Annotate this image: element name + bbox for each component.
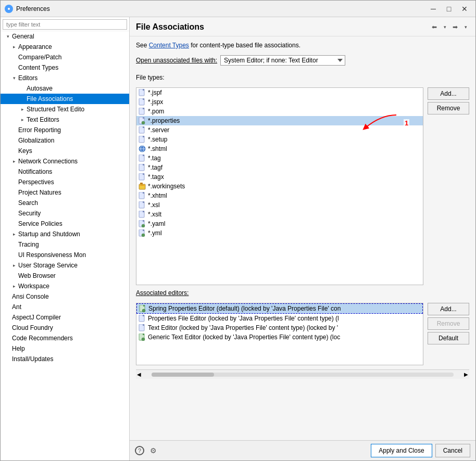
file-type-icon	[139, 117, 146, 124]
close-button[interactable]: ✕	[458, 3, 471, 15]
sidebar-scroll[interactable]: GeneralAppearanceCompare/PatchContent Ty…	[1, 17, 129, 460]
sidebar-item-ansi-console[interactable]: Ansi Console	[1, 291, 129, 302]
sidebar-item-cloud-foundry[interactable]: Cloud Foundry	[1, 323, 129, 333]
file-types-label: File types:	[136, 74, 469, 81]
apply-close-button[interactable]: Apply and Close	[371, 444, 432, 457]
sidebar-item-workspace[interactable]: Workspace	[1, 281, 129, 291]
file-type-item[interactable]: *.workingsets	[136, 182, 423, 191]
assoc-editor-item[interactable]: Spring Properties Editor (default) (lock…	[136, 303, 423, 314]
assoc-remove-button[interactable]: Remove	[428, 317, 469, 330]
sidebar-item-autosave[interactable]: Autosave	[1, 83, 129, 94]
sidebar-item-search[interactable]: Search	[1, 198, 129, 208]
sidebar-item-install-updates[interactable]: Install/Updates	[1, 354, 129, 364]
panel-header: File Associations ⬅ ▾ ➡ ▾	[130, 17, 475, 36]
scroll-thumb[interactable]	[152, 373, 214, 377]
assoc-editor-item[interactable]: Generic Text Editor (locked by 'Java Pro…	[136, 332, 423, 342]
assoc-default-button[interactable]: Default	[428, 332, 469, 344]
sidebar-item-project-natures[interactable]: Project Natures	[1, 187, 129, 198]
file-type-label: *.properties	[148, 117, 180, 124]
panel-title: File Associations	[136, 22, 204, 32]
sidebar-item-security[interactable]: Security	[1, 208, 129, 219]
file-types-remove-button[interactable]: Remove	[428, 102, 469, 114]
sidebar-item-general[interactable]: General	[1, 31, 129, 42]
sidebar-item-text-editors[interactable]: Text Editors	[1, 114, 129, 125]
sidebar-item-web-browser[interactable]: Web Browser	[1, 271, 129, 281]
sidebar-item-error-reporting[interactable]: Error Reporting	[1, 125, 129, 135]
sidebar-item-startup-shutdown[interactable]: Startup and Shutdown	[1, 229, 129, 239]
content-types-link[interactable]: Content Types	[149, 42, 189, 49]
assoc-add-button[interactable]: Add...	[428, 303, 469, 315]
file-type-icon	[139, 98, 146, 106]
sidebar-item-perspectives[interactable]: Perspectives	[1, 177, 129, 187]
content-types-label: Content Types	[18, 64, 58, 71]
keys-label: Keys	[18, 147, 32, 155]
maximize-button[interactable]: □	[442, 3, 456, 15]
sidebar-item-ant[interactable]: Ant	[1, 302, 129, 312]
search-label: Search	[18, 199, 38, 207]
sidebar-item-network-connections[interactable]: Network Connections	[1, 156, 129, 167]
file-type-icon	[139, 126, 146, 134]
compare-patch-label: Compare/Patch	[18, 54, 61, 61]
sidebar-item-code-recommenders[interactable]: Code Recommenders	[1, 333, 129, 343]
file-types-add-button[interactable]: Add...	[428, 87, 469, 100]
file-type-item[interactable]: *.shtml	[136, 144, 423, 153]
forward-button[interactable]: ➡	[449, 21, 461, 33]
file-type-item[interactable]: *.setup	[136, 135, 423, 144]
file-type-item[interactable]: *.xslt	[136, 210, 423, 219]
file-type-item[interactable]: *.server	[136, 125, 423, 135]
sidebar-item-file-associations[interactable]: File Associations	[1, 94, 129, 104]
user-storage-label: User Storage Service	[18, 262, 78, 269]
file-type-item[interactable]: *.pom	[136, 107, 423, 116]
open-unassoc-select[interactable]: System Editor; if none: Text Editor	[220, 55, 345, 66]
perspectives-label: Perspectives	[18, 178, 54, 186]
workspace-label: Workspace	[18, 283, 49, 290]
assoc-editor-item[interactable]: Text Editor (locked by 'Java Properties …	[136, 323, 423, 332]
assoc-editor-item[interactable]: Properties File Editor (locked by 'Java …	[136, 314, 423, 323]
scroll-track[interactable]	[152, 373, 454, 377]
sidebar-item-appearance[interactable]: Appearance	[1, 42, 129, 52]
sidebar-item-tracing[interactable]: Tracing	[1, 239, 129, 250]
horizontal-scrollbar[interactable]: ◀ ▶	[136, 369, 469, 379]
sidebar-item-aspectj-compiler[interactable]: AspectJ Compiler	[1, 312, 129, 323]
forward-dropdown[interactable]: ▾	[462, 21, 469, 33]
sidebar-item-compare-patch[interactable]: Compare/Patch	[1, 52, 129, 62]
file-type-item[interactable]: *.properties	[136, 116, 423, 125]
file-type-item[interactable]: *.tagx	[136, 172, 423, 182]
file-type-item[interactable]: *.yaml	[136, 219, 423, 228]
sidebar-item-editors[interactable]: Editors	[1, 73, 129, 83]
scroll-left-btn[interactable]: ◀	[136, 372, 142, 377]
file-type-icon	[139, 220, 146, 227]
file-type-item[interactable]: *.jspx	[136, 97, 423, 107]
sidebar-item-user-storage[interactable]: User Storage Service	[1, 260, 129, 271]
file-type-item[interactable]: *.tag	[136, 153, 423, 163]
back-button[interactable]: ⬅	[429, 21, 440, 33]
back-dropdown[interactable]: ▾	[441, 21, 448, 33]
sidebar-item-ui-responsiveness[interactable]: UI Responsiveness Mon	[1, 250, 129, 260]
cancel-button[interactable]: Cancel	[435, 444, 470, 457]
sidebar-item-notifications[interactable]: Notifications	[1, 167, 129, 177]
file-type-label: *.xsl	[148, 201, 160, 209]
file-type-label: *.jspf	[148, 89, 162, 96]
help-icon[interactable]: ?	[135, 446, 144, 455]
settings-icon[interactable]: ⚙	[148, 446, 158, 455]
sidebar-item-help[interactable]: Help	[1, 343, 129, 354]
file-type-item[interactable]: *.xhtml	[136, 191, 423, 200]
scroll-right-btn[interactable]: ▶	[463, 372, 469, 377]
file-type-icon	[139, 211, 146, 218]
sidebar-item-globalization[interactable]: Globalization	[1, 135, 129, 146]
search-input[interactable]	[3, 19, 127, 30]
file-type-item[interactable]: *.jspf	[136, 88, 423, 97]
structured-text-label: Structured Text Edito	[27, 106, 84, 113]
sidebar-item-content-types[interactable]: Content Types	[1, 62, 129, 73]
sidebar-item-keys[interactable]: Keys	[1, 146, 129, 156]
assoc-editors-list[interactable]: Spring Properties Editor (default) (lock…	[136, 303, 423, 365]
assoc-editor-icon	[139, 334, 146, 341]
sidebar-item-service-policies[interactable]: Service Policies	[1, 219, 129, 229]
sidebar-item-structured-text[interactable]: Structured Text Edito	[1, 104, 129, 114]
file-types-list[interactable]: *.jspf *.jspx *.pom *.properties *.serve…	[136, 87, 423, 285]
file-type-item[interactable]: *.tagf	[136, 163, 423, 172]
file-type-item[interactable]: *.yml	[136, 228, 423, 238]
ui-responsiveness-label: UI Responsiveness Mon	[18, 251, 86, 259]
file-type-item[interactable]: *.xsl	[136, 200, 423, 210]
minimize-button[interactable]: ─	[427, 3, 440, 15]
